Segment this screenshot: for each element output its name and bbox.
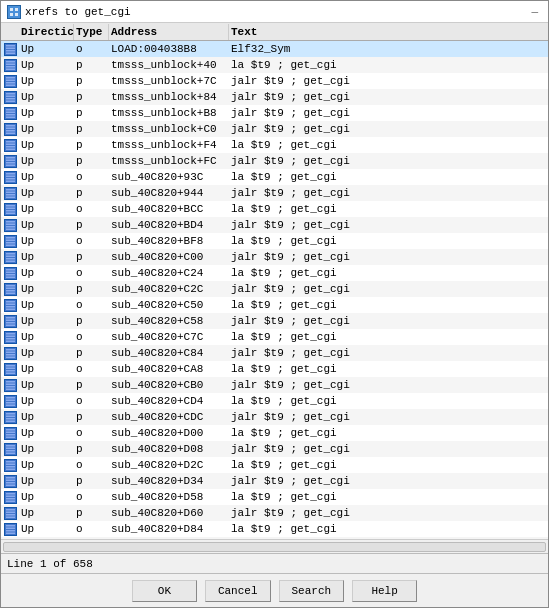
- svg-rect-120: [6, 413, 15, 415]
- svg-rect-75: [6, 269, 15, 271]
- row-type: p: [74, 155, 109, 167]
- row-direction: Up: [19, 75, 74, 87]
- table-header: Directic Type Address Text: [1, 23, 548, 41]
- svg-rect-103: [6, 356, 15, 358]
- xref-icon: [4, 75, 17, 88]
- xref-icon: [4, 331, 17, 344]
- table-row[interactable]: Up o sub_40C820+D00 la $t9 ; get_cgi: [1, 425, 548, 441]
- table-row[interactable]: Up p tmsss_unblock+84 jalr $t9 ; get_cgi: [1, 89, 548, 105]
- table-row[interactable]: Up o sub_40C820+C24 la $t9 ; get_cgi: [1, 265, 548, 281]
- table-row[interactable]: Up p sub_40C820+C2C jalr $t9 ; get_cgi: [1, 281, 548, 297]
- table-row[interactable]: Up o sub_40C820+C50 la $t9 ; get_cgi: [1, 297, 548, 313]
- svg-rect-137: [6, 466, 15, 468]
- svg-rect-62: [6, 226, 15, 228]
- svg-rect-83: [6, 292, 15, 294]
- direction-col-header: Directic: [19, 24, 74, 40]
- table-row[interactable]: Up p sub_40C820+C84 jalr $t9 ; get_cgi: [1, 345, 548, 361]
- table-row[interactable]: Up p tmsss_unblock+7C jalr $t9 ; get_cgi: [1, 73, 548, 89]
- row-address: sub_40C820+CA8: [109, 363, 229, 375]
- row-direction: Up: [19, 171, 74, 183]
- table-row[interactable]: Up p sub_40C820+CB0 jalr $t9 ; get_cgi: [1, 377, 548, 393]
- table-row[interactable]: Up p sub_40C820+D34 jalr $t9 ; get_cgi: [1, 473, 548, 489]
- cancel-button[interactable]: Cancel: [205, 580, 271, 602]
- row-text: jalr $t9 ; get_cgi: [229, 507, 548, 519]
- table-body[interactable]: Up o LOAD:004038B8 Elf32_Sym Up p tmsss: [1, 41, 548, 539]
- svg-rect-27: [6, 114, 15, 116]
- table-row[interactable]: Up p sub_40C820+944 jalr $t9 ; get_cgi: [1, 185, 548, 201]
- search-button[interactable]: Search: [279, 580, 345, 602]
- xref-icon: [4, 443, 17, 456]
- table-row[interactable]: Up o sub_40C820+BCC la $t9 ; get_cgi: [1, 201, 548, 217]
- svg-rect-113: [6, 388, 15, 390]
- svg-rect-73: [6, 260, 15, 262]
- table-row[interactable]: Up o sub_40C820+D84 la $t9 ; get_cgi: [1, 521, 548, 537]
- table-row[interactable]: Up o sub_40C820+D2C la $t9 ; get_cgi: [1, 457, 548, 473]
- status-bar: Line 1 of 658: [1, 553, 548, 573]
- svg-rect-13: [6, 68, 15, 70]
- row-address: tmsss_unblock+F4: [109, 139, 229, 151]
- table-row[interactable]: Up o sub_40C820+CA8 la $t9 ; get_cgi: [1, 361, 548, 377]
- table-row[interactable]: Up p sub_40C820+D08 jalr $t9 ; get_cgi: [1, 441, 548, 457]
- xref-icon: [4, 123, 17, 136]
- table-row[interactable]: Up o sub_40C820+D58 la $t9 ; get_cgi: [1, 489, 548, 505]
- table-row[interactable]: Up p tmsss_unblock+FC jalr $t9 ; get_cgi: [1, 153, 548, 169]
- svg-rect-127: [6, 434, 15, 436]
- row-text: jalr $t9 ; get_cgi: [229, 411, 548, 423]
- table-row[interactable]: Up p tmsss_unblock+C0 jalr $t9 ; get_cgi: [1, 121, 548, 137]
- table-row[interactable]: Up o sub_40C820+93C la $t9 ; get_cgi: [1, 169, 548, 185]
- table-row[interactable]: Up p sub_40C820+C58 jalr $t9 ; get_cgi: [1, 313, 548, 329]
- svg-rect-12: [6, 66, 15, 68]
- row-text: la $t9 ; get_cgi: [229, 203, 548, 215]
- row-text: jalr $t9 ; get_cgi: [229, 443, 548, 455]
- xref-icon: [4, 411, 17, 424]
- horizontal-scrollbar[interactable]: [1, 539, 548, 553]
- svg-rect-48: [6, 180, 15, 182]
- row-type: p: [74, 75, 109, 87]
- xrefs-table-container: Directic Type Address Text Up o LOAD:004…: [1, 23, 548, 539]
- svg-rect-108: [6, 372, 15, 374]
- row-direction: Up: [19, 427, 74, 439]
- table-row[interactable]: Up p sub_40C820+BD4 jalr $t9 ; get_cgi: [1, 217, 548, 233]
- svg-rect-38: [6, 148, 15, 150]
- svg-rect-28: [6, 116, 15, 118]
- table-row[interactable]: Up p tmsss_unblock+F4 la $t9 ; get_cgi: [1, 137, 548, 153]
- table-row[interactable]: Up o sub_40C820+CD4 la $t9 ; get_cgi: [1, 393, 548, 409]
- svg-rect-95: [6, 333, 15, 335]
- svg-rect-101: [6, 351, 15, 353]
- row-icon-cell: [1, 171, 19, 184]
- row-address: sub_40C820+C84: [109, 347, 229, 359]
- help-button[interactable]: Help: [352, 580, 417, 602]
- table-row[interactable]: Up o sub_40C820+BF8 la $t9 ; get_cgi: [1, 233, 548, 249]
- text-col-header: Text: [229, 24, 548, 40]
- svg-rect-43: [6, 164, 15, 166]
- scrollbar-track[interactable]: [3, 542, 546, 552]
- svg-rect-118: [6, 404, 15, 406]
- table-row[interactable]: Up p sub_40C820+CDC jalr $t9 ; get_cgi: [1, 409, 548, 425]
- table-row[interactable]: Up p sub_40C820+D60 jalr $t9 ; get_cgi: [1, 505, 548, 521]
- table-row[interactable]: Up p tmsss_unblock+40 la $t9 ; get_cgi: [1, 57, 548, 73]
- svg-rect-26: [6, 111, 15, 113]
- table-row[interactable]: Up p tmsss_unblock+B8 jalr $t9 ; get_cgi: [1, 105, 548, 121]
- button-bar: OK Cancel Search Help: [1, 573, 548, 607]
- svg-rect-57: [6, 210, 15, 212]
- svg-rect-58: [6, 212, 15, 214]
- row-type: p: [74, 283, 109, 295]
- ok-button[interactable]: OK: [132, 580, 197, 602]
- row-icon-cell: [1, 59, 19, 72]
- row-address: sub_40C820+D84: [109, 523, 229, 535]
- xref-icon: [4, 91, 17, 104]
- table-row[interactable]: Up o LOAD:004038B8 Elf32_Sym: [1, 41, 548, 57]
- table-row[interactable]: Up o sub_40C820+C7C la $t9 ; get_cgi: [1, 329, 548, 345]
- svg-rect-67: [6, 242, 15, 244]
- close-button[interactable]: —: [527, 6, 542, 18]
- svg-rect-35: [6, 141, 15, 143]
- svg-rect-66: [6, 239, 15, 241]
- svg-rect-1: [15, 8, 18, 11]
- row-icon-cell: [1, 347, 19, 360]
- table-row[interactable]: Up p sub_40C820+C00 jalr $t9 ; get_cgi: [1, 249, 548, 265]
- xref-icon: [4, 395, 17, 408]
- row-direction: Up: [19, 251, 74, 263]
- svg-rect-153: [6, 516, 15, 518]
- svg-rect-133: [6, 452, 15, 454]
- svg-rect-6: [6, 47, 15, 49]
